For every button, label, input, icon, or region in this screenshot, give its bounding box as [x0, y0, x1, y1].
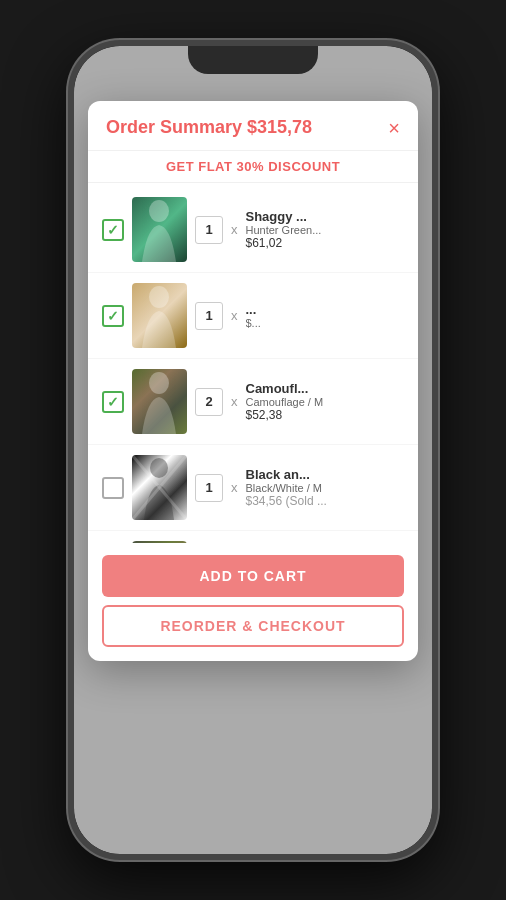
discount-banner: GET FLAT 30% DISCOUNT [88, 151, 418, 183]
item-name-3: Camoufl... [246, 381, 405, 396]
product-image-4 [132, 455, 187, 520]
product-image-1 [132, 197, 187, 262]
add-to-cart-button[interactable]: ADD TO CART [102, 555, 404, 597]
product-image-5 [132, 541, 187, 543]
item-variant-4: Black/White / M [246, 482, 405, 494]
close-button[interactable]: × [388, 118, 400, 138]
phone-notch [188, 46, 318, 74]
multiply-sign-1: x [231, 222, 238, 237]
phone-screen: Payment Status Pending Fulfillment Statu… [74, 46, 432, 854]
item-checkbox-2[interactable] [102, 305, 124, 327]
list-item: 2 x Camoufl... Camouflage / M $52,38 [88, 359, 418, 445]
item-checkbox-1[interactable] [102, 219, 124, 241]
item-details-3: Camoufl... Camouflage / M $52,38 [246, 381, 405, 422]
item-variant-2: $... [246, 317, 405, 329]
product-image-2 [132, 283, 187, 348]
item-details-1: Shaggy ... Hunter Green... $61,02 [246, 209, 405, 250]
item-details-2: ... $... [246, 302, 405, 329]
quantity-box-2: 1 [195, 302, 223, 330]
multiply-sign-4: x [231, 480, 238, 495]
item-price-4: $34,56 (Sold ... [246, 494, 405, 508]
button-section: ADD TO CART REORDER & CHECKOUT [88, 543, 418, 661]
product-image-3 [132, 369, 187, 434]
item-name-4: Black an... [246, 467, 405, 482]
multiply-sign-2: x [231, 308, 238, 323]
svg-point-3 [150, 458, 168, 478]
modal-overlay: Order Summary $315,78 × GET FLAT 30% DIS… [74, 46, 432, 854]
item-checkbox-4[interactable] [102, 477, 124, 499]
phone-frame: Payment Status Pending Fulfillment Statu… [68, 40, 438, 860]
list-item: 1 x Shaggy ... Hunter Green... $61,02 [88, 187, 418, 273]
modal-title: Order Summary $315,78 [106, 117, 312, 138]
item-details-4: Black an... Black/White / M $34,56 (Sold… [246, 467, 405, 508]
items-list: 1 x Shaggy ... Hunter Green... $61,02 [88, 183, 418, 543]
order-summary-modal: Order Summary $315,78 × GET FLAT 30% DIS… [88, 101, 418, 661]
item-name-2: ... [246, 302, 405, 317]
modal-header: Order Summary $315,78 × [88, 101, 418, 151]
list-item: 1 x Black an... Black/White / M $34,56 (… [88, 445, 418, 531]
quantity-box-1: 1 [195, 216, 223, 244]
svg-point-1 [149, 286, 169, 308]
item-variant-1: Hunter Green... [246, 224, 405, 236]
reorder-checkout-button[interactable]: REORDER & CHECKOUT [102, 605, 404, 647]
item-name-1: Shaggy ... [246, 209, 405, 224]
svg-point-2 [149, 372, 169, 394]
list-item: 1 x ... $... [88, 273, 418, 359]
quantity-box-4: 1 [195, 474, 223, 502]
multiply-sign-3: x [231, 394, 238, 409]
item-price-1: $61,02 [246, 236, 405, 250]
list-item: 1 x Camoufl... Camouflage / S $52,38 [88, 531, 418, 543]
item-checkbox-3[interactable] [102, 391, 124, 413]
item-price-3: $52,38 [246, 408, 405, 422]
quantity-box-3: 2 [195, 388, 223, 416]
item-variant-3: Camouflage / M [246, 396, 405, 408]
svg-point-0 [149, 200, 169, 222]
